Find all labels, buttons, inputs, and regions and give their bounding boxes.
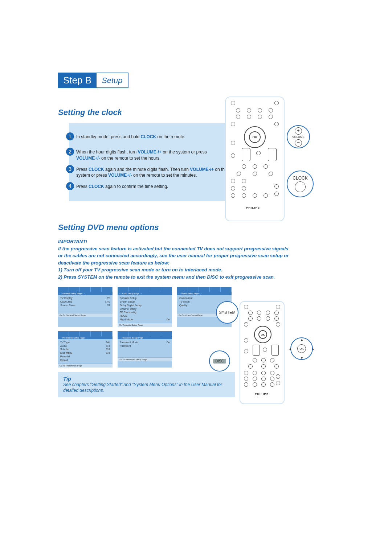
ok-button: OK [258, 330, 267, 339]
menu-title: - - Audio Setup Page - - [118, 292, 172, 295]
lbl: Parental [60, 355, 70, 358]
section-title-clock: Setting the clock [58, 108, 334, 117]
menu-tabs [58, 287, 113, 292]
disc-label: DISC [213, 359, 226, 364]
remote-btn [266, 311, 270, 315]
remote-dvd-illustration: OK PHILIPS [240, 301, 285, 404]
remote-btn [270, 382, 274, 387]
remote-btn [236, 115, 240, 119]
remote-btn [244, 377, 248, 381]
important-block: IMPORTANT! If the progressive scan featu… [58, 238, 290, 280]
menu-title: - - General Setup Page - - [58, 292, 113, 295]
callout-system: SYSTEM [216, 301, 238, 324]
callout-clock: CLOCK [287, 171, 314, 197]
lbl: Dolby Digital Setup [120, 304, 142, 307]
remote-btn [253, 382, 257, 387]
lbl: TV Mode [179, 300, 189, 304]
remote-btn [247, 115, 251, 119]
remote-btn [274, 316, 279, 321]
menu-body: Speaker Setup SPDIF Setup Dolby Digital … [118, 295, 172, 323]
kw: VOLUME-/+ [190, 167, 214, 172]
remote-btn [264, 164, 268, 169]
txt: on the remote to set the minutes. [132, 173, 197, 178]
remote-btn [261, 377, 266, 381]
step-3: 3 Press CLOCK again and the minute digit… [76, 167, 229, 179]
system-label: SYSTEM [219, 310, 235, 315]
remote-rocker [271, 345, 279, 356]
txt: again to confirm the time setting. [104, 184, 168, 189]
remote-btn [236, 108, 240, 112]
remote-btn [274, 101, 279, 105]
lbl: 3D Processing [120, 311, 136, 314]
tip-text: See chapters "Getting Started" and "Syst… [63, 382, 230, 394]
tip-block: Tip See chapters "Getting Started" and "… [58, 372, 235, 398]
remote-btn [269, 115, 273, 119]
val: PAL [106, 341, 110, 344]
remote-btn [269, 108, 273, 112]
step-title: Setup [97, 73, 128, 88]
down-arrow-icon: ▾ [301, 356, 303, 360]
menu-title: - - Video Setup Page - - [177, 292, 232, 295]
ok-button: OK [249, 131, 261, 143]
plus-icon: + [295, 127, 302, 135]
val: On [167, 318, 170, 321]
tip-title: Tip [63, 376, 230, 382]
section-title-dvd: Setting DVD menu options [58, 223, 334, 232]
lbl: Audio [60, 344, 67, 348]
lbl: OSD Lang [60, 300, 72, 304]
remote-brand: PHILIPS [255, 393, 269, 396]
important-body: If the progressive scan feature is activ… [58, 245, 290, 281]
remote-rocker [268, 148, 277, 161]
remote-btn [242, 179, 246, 183]
remote-btn [242, 193, 246, 198]
lbl: Password Mode [120, 341, 138, 344]
val: CHI [106, 344, 110, 348]
lbl: Disc Menu [60, 351, 72, 355]
remote-btn [248, 364, 253, 369]
important-head: IMPORTANT! [58, 238, 290, 245]
val: CHI [106, 348, 110, 351]
remote-btn [244, 322, 248, 327]
remote-btn [242, 164, 246, 169]
step-1: 1 In standby mode, press and hold CLOCK … [76, 134, 229, 144]
ok-label: OK [297, 344, 306, 353]
menu-body: TV DisplayPS OSD LangENG Screen SaverOff [58, 295, 113, 313]
lbl: SPDIF Setup [120, 300, 135, 304]
callout-disc: DISC [209, 350, 230, 372]
remote-btn [264, 193, 268, 198]
minus-icon: – [295, 139, 302, 147]
menu-tabs [118, 331, 172, 336]
remote-btn [270, 377, 274, 381]
lbl: Night Mode [120, 318, 133, 321]
remote-btn [276, 305, 280, 309]
remote-btn [266, 316, 270, 321]
menu-title: - - Password Setup Page - - [118, 336, 172, 339]
remote-btn [253, 377, 257, 381]
remote-btn [274, 192, 279, 196]
val: CHI [106, 351, 110, 355]
remote-btn [261, 382, 266, 387]
remote-btn [256, 151, 261, 155]
remote-btn [258, 115, 262, 119]
callout-volume: + VOLUME – [287, 125, 310, 148]
kw: VOLUME+/- [108, 173, 132, 178]
remote-btn [244, 349, 248, 353]
remote-rocker [253, 345, 260, 356]
kw: CLOCK [89, 184, 104, 189]
step-number-1: 1 [66, 132, 74, 140]
step-label: Step B [58, 73, 97, 88]
menu-preference: - - Preference Setup Page - - TV TypePAL… [58, 331, 113, 368]
remote-btn [276, 322, 280, 327]
step-text-4: Press CLOCK again to confirm the time se… [76, 184, 229, 190]
remote-btn [257, 311, 261, 315]
callout-ok: OK ◂ ▸ ▴ ▾ [290, 337, 313, 360]
remote-btn [276, 374, 280, 379]
remote-btn [242, 186, 246, 190]
remote-btn [231, 186, 235, 190]
menu-footer: Go To Preference Page [58, 364, 113, 368]
step-text-1: In standby mode, press and hold CLOCK on… [76, 134, 229, 140]
remote-btn [261, 371, 266, 375]
kw: VOLUME-/+ [138, 149, 162, 155]
remote-btn [263, 348, 267, 352]
kw: CLOCK [140, 134, 156, 139]
